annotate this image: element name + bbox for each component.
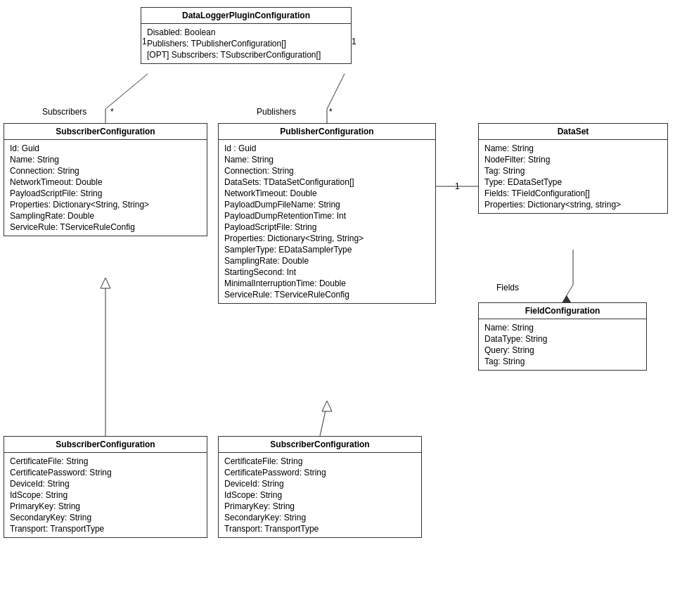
svg-marker-9	[101, 278, 110, 288]
dataset-header: DataSet	[479, 124, 667, 140]
field-fc-query: Query: String	[484, 345, 641, 356]
field-sc-properties: Properties: Dictionary<String, String>	[10, 199, 201, 210]
label-one3: 1	[455, 181, 460, 191]
subscriber-config-bottom1-body: CertificateFile: String CertificatePassw…	[4, 453, 207, 537]
field-ds-nodefilter: NodeFilter: String	[484, 154, 662, 165]
field-sc-name: Name: String	[10, 154, 201, 165]
field-ds-properties: Properties: Dictionary<string, string>	[484, 199, 662, 210]
label-star1: *	[110, 107, 114, 117]
field-pc-connection: Connection: String	[224, 165, 430, 177]
field-scb2-certpassword: CertificatePassword: String	[224, 467, 416, 478]
field-ds-name: Name: String	[484, 143, 662, 154]
field-sc-id: Id: Guid	[10, 143, 201, 154]
field-scb1-transport: Transport: TransportType	[10, 523, 201, 534]
field-sc-payloadscriptfile: PayloadScriptFile: String	[10, 188, 201, 199]
field-scb2-idscope: IdScope: String	[224, 489, 416, 501]
label-one2: 1	[352, 37, 356, 46]
subscriber-config-bottom2-box: SubscriberConfiguration CertificateFile:…	[218, 436, 422, 538]
field-pc-datasets: DataSets: TDataSetConfiguration[]	[224, 177, 430, 188]
field-pc-payloadscriptfile: PayloadScriptFile: String	[224, 222, 430, 233]
field-publishers-arr: Publishers: TPublisherConfiguration[]	[147, 38, 345, 49]
label-subscribers: Subscribers	[42, 107, 86, 117]
publisher-config-header: PublisherConfiguration	[219, 124, 435, 140]
datalogger-plugin-body: Disabled: Boolean Publishers: TPublisher…	[141, 24, 351, 63]
publisher-config-box: PublisherConfiguration Id : Guid Name: S…	[218, 123, 436, 304]
field-pc-payloaddumpfilename: PayloadDumpFileName: String	[224, 199, 430, 210]
field-sc-samplingrate: SamplingRate: Double	[10, 210, 201, 222]
field-pc-id: Id : Guid	[224, 143, 430, 154]
field-pc-startingsecond: StartingSecond: Int	[224, 267, 430, 278]
svg-line-10	[320, 404, 327, 436]
svg-line-2	[327, 74, 345, 109]
subscriber-config-bottom1-box: SubscriberConfiguration CertificateFile:…	[4, 436, 207, 538]
label-publishers: Publishers	[257, 107, 296, 117]
field-ds-tag: Tag: String	[484, 165, 662, 177]
field-scb2-secondarykey: SecondaryKey: String	[224, 512, 416, 523]
datalogger-plugin-header: DataLoggerPluginConfiguration	[141, 8, 351, 24]
datalogger-plugin-box: DataLoggerPluginConfiguration Disabled: …	[141, 7, 352, 64]
field-ds-fields: Fields: TFieldConfiguration[]	[484, 188, 662, 199]
field-scb1-idscope: IdScope: String	[10, 489, 201, 501]
field-fc-datatype: DataType: String	[484, 333, 641, 345]
field-config-body: Name: String DataType: String Query: Str…	[479, 319, 646, 370]
svg-line-6	[562, 285, 573, 302]
subscriber-config-bottom2-header: SubscriberConfiguration	[219, 437, 421, 453]
label-fields: Fields	[496, 283, 519, 293]
field-scb2-primarykey: PrimaryKey: String	[224, 501, 416, 512]
svg-marker-7	[562, 295, 571, 302]
subscriber-config-bottom2-body: CertificateFile: String CertificatePassw…	[219, 453, 421, 537]
field-scb1-primarykey: PrimaryKey: String	[10, 501, 201, 512]
subscriber-config-body: Id: Guid Name: String Connection: String…	[4, 140, 207, 236]
field-config-header: FieldConfiguration	[479, 303, 646, 319]
field-sc-servicerule: ServiceRule: TServiceRuleConfig	[10, 222, 201, 233]
field-pc-payloaddumpretentiontime: PayloadDumpRetentionTime: Int	[224, 210, 430, 222]
field-ds-type: Type: EDataSetType	[484, 177, 662, 188]
field-scb1-certfile: CertificateFile: String	[10, 456, 201, 467]
field-pc-servicerule: ServiceRule: TServiceRuleConfig	[224, 289, 430, 300]
label-star2: *	[329, 107, 333, 117]
publisher-config-body: Id : Guid Name: String Connection: Strin…	[219, 140, 435, 303]
field-scb1-certpassword: CertificatePassword: String	[10, 467, 201, 478]
svg-marker-11	[322, 401, 332, 411]
uml-diagram: DataLoggerPluginConfiguration Disabled: …	[0, 0, 675, 616]
subscriber-config-box: SubscriberConfiguration Id: Guid Name: S…	[4, 123, 207, 236]
field-scb2-transport: Transport: TransportType	[224, 523, 416, 534]
field-scb2-certfile: CertificateFile: String	[224, 456, 416, 467]
field-config-box: FieldConfiguration Name: String DataType…	[478, 302, 647, 371]
field-sc-connection: Connection: String	[10, 165, 201, 177]
field-fc-tag: Tag: String	[484, 356, 641, 367]
field-sc-networktimeout: NetworkTimeout: Double	[10, 177, 201, 188]
field-scb1-deviceid: DeviceId: String	[10, 478, 201, 489]
field-subscribers-opt: [OPT] Subscribers: TSubscriberConfigurat…	[147, 49, 345, 60]
subscriber-config-bottom1-header: SubscriberConfiguration	[4, 437, 207, 453]
field-pc-samplingrate: SamplingRate: Double	[224, 255, 430, 267]
svg-line-0	[105, 74, 148, 109]
dataset-body: Name: String NodeFilter: String Tag: Str…	[479, 140, 667, 213]
field-pc-name: Name: String	[224, 154, 430, 165]
dataset-box: DataSet Name: String NodeFilter: String …	[478, 123, 668, 214]
field-scb2-deviceid: DeviceId: String	[224, 478, 416, 489]
label-one1: 1	[142, 37, 147, 46]
field-pc-samplertype: SamplerType: EDataSamplerType	[224, 244, 430, 255]
field-pc-networktimeout: NetworkTimeout: Double	[224, 188, 430, 199]
field-scb1-secondarykey: SecondaryKey: String	[10, 512, 201, 523]
field-fc-name: Name: String	[484, 322, 641, 333]
field-pc-minimalinterruptiontime: MinimalInterruptionTime: Double	[224, 278, 430, 289]
subscriber-config-header: SubscriberConfiguration	[4, 124, 207, 140]
field-disabled: Disabled: Boolean	[147, 27, 345, 38]
field-pc-properties: Properties: Dictionary<String, String>	[224, 233, 430, 244]
